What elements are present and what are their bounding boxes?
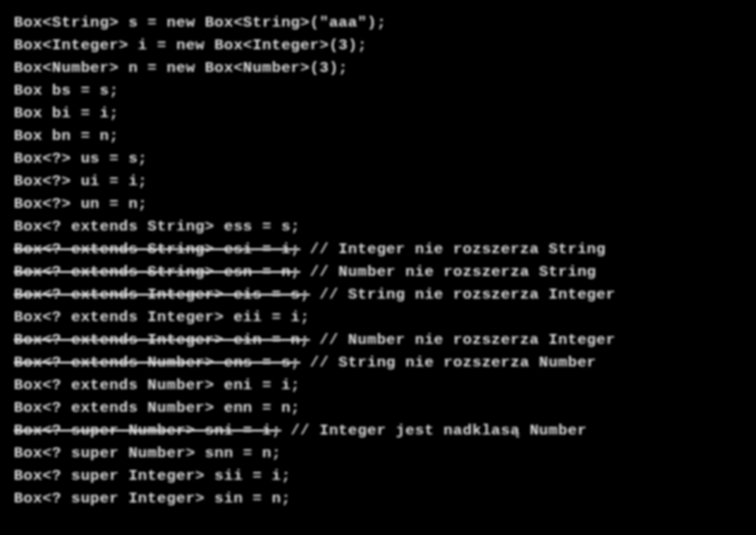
- code-text: Box<String> s = new Box<String>("aaa");: [14, 14, 386, 32]
- code-line: Box bn = n;: [14, 125, 742, 148]
- code-line: Box<?> ui = i;: [14, 170, 742, 193]
- code-line: Box<? extends String> esi = i; // Intege…: [14, 238, 742, 261]
- struck-code: Box<? extends String> esn = n;: [14, 263, 300, 281]
- code-text: Box<Integer> i = new Box<Integer>(3);: [14, 36, 367, 54]
- code-line: Box<? extends Number> eni = i;: [14, 374, 742, 397]
- struck-code: Box<? extends String> esi = i;: [14, 240, 300, 258]
- code-line: Box<? super Number> sni = i; // Integer …: [14, 420, 742, 442]
- code-line: Box<? extends Number> enn = n;: [14, 397, 742, 420]
- code-text: Box<? extends Number> eni = i;: [14, 376, 300, 394]
- code-text: Box<? super Integer> sin = n;: [14, 490, 290, 507]
- code-text: Box<? extends String> ess = s;: [14, 218, 300, 235]
- code-line: Box<? extends String> ess = s;: [14, 216, 742, 238]
- code-text: Box<? super Integer> sii = i;: [14, 467, 290, 485]
- code-comment: // String nie rozszerza Integer: [310, 286, 615, 303]
- struck-code: Box<? super Number> sni = i;: [14, 422, 282, 439]
- code-comment: // Integer nie rozszerza String: [300, 240, 605, 258]
- code-text: Box bs = s;: [14, 82, 119, 100]
- code-line: Box<?> un = n;: [14, 193, 742, 216]
- code-text: Box<? extends Integer> eii = i;: [14, 308, 310, 326]
- code-line: Box<? super Integer> sii = i;: [14, 465, 742, 488]
- code-text: Box<?> ui = i;: [14, 172, 148, 190]
- code-line: Box<? super Integer> sin = n;: [14, 488, 742, 510]
- code-comment: // String nie rozszerza Number: [300, 354, 597, 371]
- code-line: Box<Number> n = new Box<Number>(3);: [14, 57, 742, 80]
- code-text: Box<? super Number> snn = n;: [14, 444, 282, 462]
- code-text: Box<?> un = n;: [14, 195, 148, 213]
- struck-code: Box<? extends Integer> eis = s;: [14, 286, 310, 303]
- code-text: Box bi = i;: [14, 104, 119, 122]
- struck-code: Box<? extends Integer> ein = n;: [14, 331, 310, 349]
- code-text: Box<Number> n = new Box<Number>(3);: [14, 59, 348, 77]
- code-line: Box<?> us = s;: [14, 148, 742, 170]
- code-line: Box<? extends Number> ens = s; // String…: [14, 352, 742, 374]
- code-block: Box<String> s = new Box<String>("aaa");B…: [0, 0, 756, 535]
- code-line: Box<? extends Integer> ein = n; // Numbe…: [14, 329, 742, 352]
- code-line: Box bi = i;: [14, 102, 742, 125]
- code-line: Box<? extends String> esn = n; // Number…: [14, 261, 742, 284]
- struck-code: Box<? extends Number> ens = s;: [14, 354, 300, 371]
- code-line: Box<String> s = new Box<String>("aaa");: [14, 12, 742, 34]
- code-line: Box<? extends Integer> eis = s; // Strin…: [14, 284, 742, 306]
- code-line: Box<? super Number> snn = n;: [14, 442, 742, 465]
- code-comment: // Integer jest nadklasą Number: [282, 422, 587, 439]
- code-comment: // Number nie rozszerza String: [300, 263, 597, 281]
- code-line: Box<Integer> i = new Box<Integer>(3);: [14, 34, 742, 57]
- code-line: Box bs = s;: [14, 80, 742, 102]
- code-text: Box<?> us = s;: [14, 150, 148, 167]
- code-text: Box bn = n;: [14, 127, 119, 145]
- code-comment: // Number nie rozszerza Integer: [310, 331, 615, 349]
- code-line: Box<? extends Integer> eii = i;: [14, 306, 742, 329]
- code-text: Box<? extends Number> enn = n;: [14, 399, 300, 417]
